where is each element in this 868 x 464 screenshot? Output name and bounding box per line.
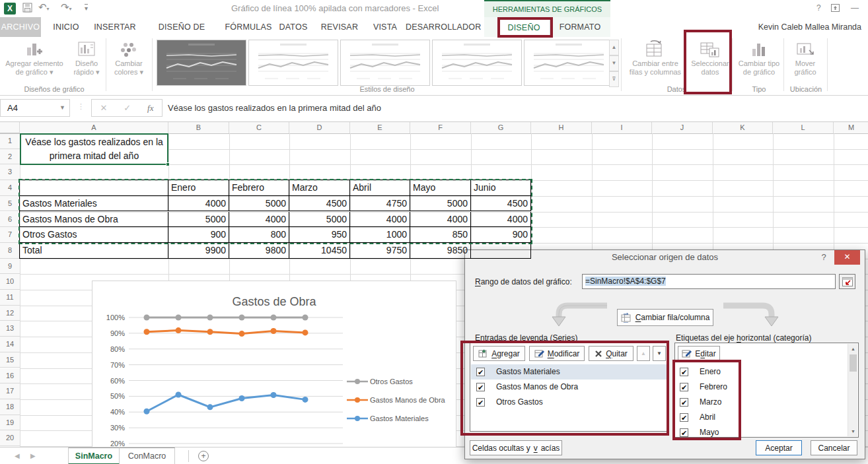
series-item-checkbox[interactable]: ✔ xyxy=(476,383,485,391)
dialog-help-icon[interactable]: ? xyxy=(817,250,830,265)
add-series-button[interactable]: Agregar xyxy=(473,346,525,361)
insert-function-icon[interactable]: fx xyxy=(147,103,153,114)
minimize-icon[interactable]: — xyxy=(851,3,859,13)
tab-dise-o-de-p-gina[interactable]: DISEÑO DE PÁGINA xyxy=(141,17,222,37)
table-cell-value[interactable]: 4000 xyxy=(410,212,471,228)
row-header-3[interactable]: 3 xyxy=(0,164,20,180)
tab-vista[interactable]: VISTA xyxy=(367,17,403,37)
scroll-down-icon[interactable]: ▼ xyxy=(848,426,858,436)
switch-row-column-button[interactable]: Cambiar fila/columna xyxy=(617,309,713,326)
table-cell-value[interactable]: 9900 xyxy=(168,243,229,259)
row-header-8[interactable]: 8 xyxy=(0,243,20,259)
column-header-C[interactable]: C xyxy=(229,122,289,133)
table-cell-value[interactable]: 9850 xyxy=(410,243,471,259)
column-header-F[interactable]: F xyxy=(410,122,471,133)
move-series-down-button[interactable]: ▼ xyxy=(653,346,666,361)
table-cell-value[interactable]: 950 xyxy=(289,227,350,243)
category-item[interactable]: ✔Abril xyxy=(676,410,846,425)
sheet-nav-left-icon[interactable]: ◀ xyxy=(15,452,20,459)
sheet-nav-right-icon[interactable]: ▶ xyxy=(30,452,36,459)
table-cell-month-marzo[interactable]: Marzo xyxy=(289,180,350,196)
row-header-5[interactable]: 5 xyxy=(0,196,20,212)
edit-series-button[interactable]: Modificar xyxy=(529,346,585,361)
table-cell-value[interactable]: 4000 xyxy=(168,196,229,212)
formula-content[interactable]: Véase los gastos realizados en la primer… xyxy=(168,103,381,113)
switch-row-column-button[interactable]: Cambiar entrefilas y columnas xyxy=(622,40,688,88)
chart-style-thumbnail[interactable] xyxy=(157,40,246,86)
series-item[interactable]: ✔Gastos Materiales xyxy=(471,364,668,380)
row-header-10[interactable]: 10 xyxy=(0,274,20,290)
fill-handle[interactable] xyxy=(166,162,170,166)
table-row-label[interactable]: Total xyxy=(20,243,168,259)
chart-style-thumbnail[interactable] xyxy=(248,40,338,86)
change-chart-type-button[interactable]: Cambiar tipode gráfico xyxy=(735,40,783,88)
gallery-scroll-down-icon[interactable]: ▼ xyxy=(609,55,619,71)
row-header-2[interactable]: 2 xyxy=(0,149,20,165)
column-header-M[interactable]: M xyxy=(834,122,868,133)
row-header-4[interactable]: 4 xyxy=(0,180,20,196)
series-item[interactable]: ✔Otros Gastos xyxy=(471,395,668,410)
category-item-checkbox[interactable]: ✔ xyxy=(680,428,688,437)
tab-formato[interactable]: FORMATO xyxy=(555,17,605,37)
column-header-I[interactable]: I xyxy=(592,122,652,133)
column-header-J[interactable]: J xyxy=(652,122,713,133)
row-header-7[interactable]: 7 xyxy=(0,227,20,243)
help-icon[interactable]: ? xyxy=(816,3,821,13)
table-cell-month-abril[interactable]: Abril xyxy=(350,180,410,196)
category-item[interactable]: ✔Enero xyxy=(676,364,846,380)
table-cell-value[interactable]: 4000 xyxy=(350,212,410,228)
table-cell-month-enero[interactable]: Enero xyxy=(168,180,229,196)
row-header-16[interactable]: 16 xyxy=(0,368,20,384)
quick-layout-button[interactable]: Diseñorápido ▾ xyxy=(67,40,106,88)
tab-insertar[interactable]: INSERTAR xyxy=(90,17,140,37)
redo-icon[interactable]: ↷▾ xyxy=(61,1,72,13)
edit-categories-button[interactable]: Editar xyxy=(678,346,720,361)
table-cell-value[interactable]: 5000 xyxy=(168,212,229,228)
row-header-15[interactable]: 15 xyxy=(0,352,20,368)
select-all-corner[interactable] xyxy=(0,122,20,133)
table-cell-month-febrero[interactable]: Febrero xyxy=(229,180,289,196)
accept-button[interactable]: Aceptar xyxy=(756,440,802,455)
table-cell-value[interactable]: 4000 xyxy=(471,212,531,228)
scroll-up-icon[interactable]: ▲ xyxy=(848,344,858,354)
column-header-K[interactable]: K xyxy=(713,122,773,133)
table-cell-value[interactable]: 900 xyxy=(471,227,531,243)
scroll-thumb[interactable] xyxy=(850,354,857,372)
category-item-checkbox[interactable]: ✔ xyxy=(680,383,688,391)
table-cell-value[interactable]: 900 xyxy=(168,227,229,243)
category-item[interactable]: ✔Febrero xyxy=(676,380,846,395)
ribbon-display-options-icon[interactable] xyxy=(831,4,840,14)
remove-series-button[interactable]: Quitar xyxy=(589,346,633,361)
table-cell-value[interactable]: 4500 xyxy=(289,196,350,212)
tab-desarrollador[interactable]: DESARROLLADOR xyxy=(406,17,481,37)
tab-archivo[interactable]: ARCHIVO xyxy=(0,17,41,37)
column-header-H[interactable]: H xyxy=(531,122,592,133)
sheet-tab-conmacro[interactable]: ConMacro xyxy=(120,447,175,464)
tab-datos[interactable]: DATOS xyxy=(275,17,312,37)
column-header-E[interactable]: E xyxy=(350,122,410,133)
enter-entry-icon[interactable]: ✓ xyxy=(124,103,131,113)
row-header-14[interactable]: 14 xyxy=(0,337,20,352)
row-header-13[interactable]: 13 xyxy=(0,321,20,337)
table-row-label[interactable]: Gastos Materiales xyxy=(20,196,168,212)
cancel-entry-icon[interactable]: ✕ xyxy=(100,103,107,113)
category-item-checkbox[interactable]: ✔ xyxy=(680,398,688,407)
dialog-close-icon[interactable]: ✕ xyxy=(834,250,860,265)
undo-icon[interactable]: ↶▾ xyxy=(38,1,50,13)
column-header-A[interactable]: A xyxy=(20,122,168,133)
tab-dise-o[interactable]: DISEÑO xyxy=(497,17,550,37)
row-header-17[interactable]: 17 xyxy=(0,383,20,399)
row-header-18[interactable]: 18 xyxy=(0,399,20,415)
row-header-1[interactable]: 1 xyxy=(0,133,20,149)
column-header-D[interactable]: D xyxy=(289,122,350,133)
gallery-scroll-more-icon[interactable]: ⊽ xyxy=(609,71,619,87)
row-header-19[interactable]: 19 xyxy=(0,415,20,431)
table-cell-a4[interactable] xyxy=(20,180,168,196)
table-cell-value[interactable]: 1000 xyxy=(350,227,410,243)
column-header-G[interactable]: G xyxy=(471,122,531,133)
row-header-11[interactable]: 11 xyxy=(0,290,20,306)
table-cell-value[interactable]: 5000 xyxy=(410,196,471,212)
name-box[interactable]: A4▼ xyxy=(0,99,70,117)
table-cell-value[interactable]: 5000 xyxy=(229,196,289,212)
sheet-tab-sinmacro[interactable]: SinMacro xyxy=(68,447,120,464)
